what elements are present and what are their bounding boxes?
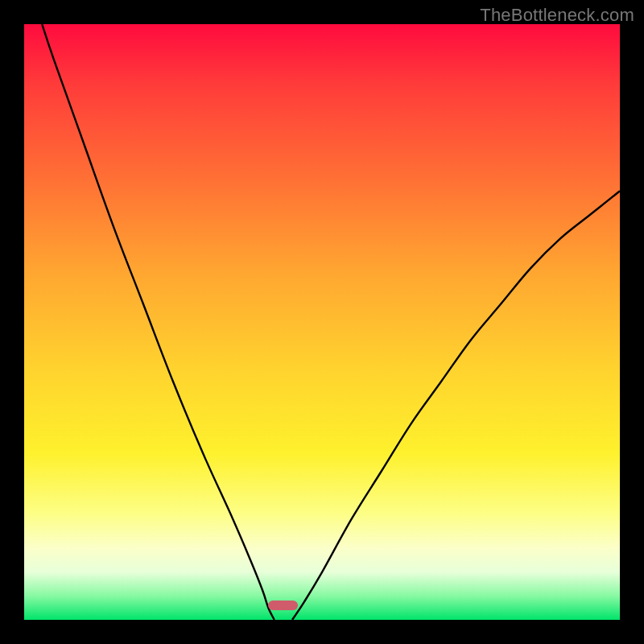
watermark-text: TheBottleneck.com — [480, 5, 634, 26]
curve-right-branch — [292, 191, 620, 620]
curve-left-branch — [42, 24, 275, 620]
bottleneck-marker — [268, 601, 298, 610]
bottleneck-curve — [24, 24, 620, 620]
chart-plot-area — [24, 24, 620, 620]
